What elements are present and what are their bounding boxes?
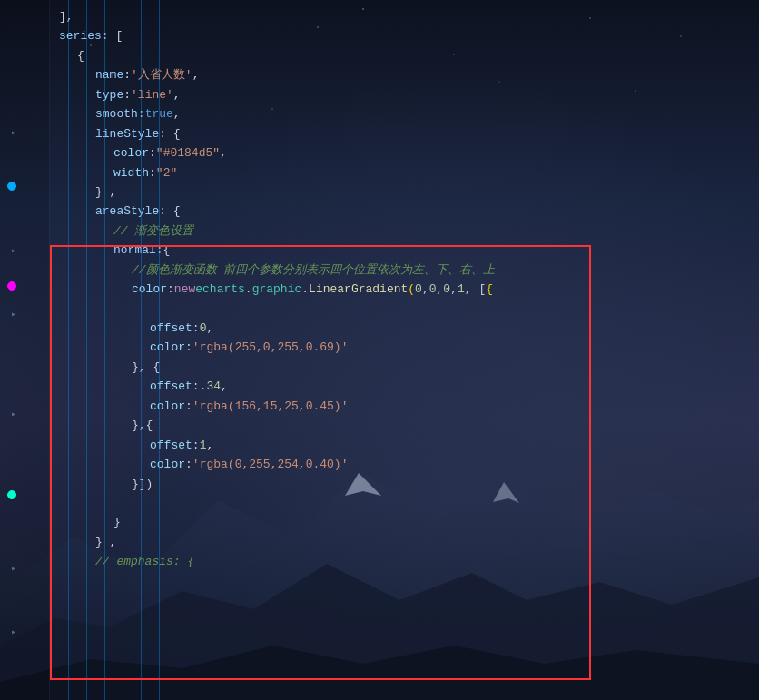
breakpoint-dot-3 [7, 490, 16, 499]
breakpoint-dot-1 [7, 182, 16, 191]
line-15-args: 0 [415, 280, 422, 299]
line-15-bracket1: { [486, 280, 493, 299]
line-15-comma4: , [ [465, 280, 486, 299]
line-6-key: smooth [59, 104, 138, 123]
line-16-content [59, 300, 157, 319]
line-15-dot2: . [301, 280, 309, 299]
code-line-18: color: 'rgba(255,0,255,0.69)' [59, 338, 741, 357]
line-23-comma: , [206, 436, 213, 455]
line-26-content [59, 494, 157, 513]
line-15-arg2: 0 [429, 280, 437, 299]
line-23-key: offset [59, 436, 192, 455]
line-5-comma: , [173, 85, 181, 104]
line-15-graphic: graphic [252, 280, 302, 299]
line-20-value: .34 [200, 377, 221, 396]
code-line-13: normal:{ [59, 241, 741, 260]
line-17-comma: , [206, 319, 213, 338]
code-line-10: } , [59, 182, 741, 202]
line-20-comma: , [221, 377, 228, 396]
line-5-value: 'line' [131, 85, 173, 104]
line-2-key: series [59, 26, 102, 45]
line-15-colon: : [167, 280, 174, 299]
code-line-26 [59, 494, 741, 513]
line-15-comma2: , [437, 280, 444, 299]
collapse-arrow-6[interactable]: ▸ [11, 626, 16, 637]
line-1-content: ], [59, 7, 74, 26]
code-lines: ], series: [ { name: '入省人数', type: 'line… [50, 0, 759, 700]
collapse-arrow-3[interactable]: ▸ [11, 309, 16, 320]
line-15-key: color [59, 280, 167, 299]
line-15-comma1: , [422, 280, 429, 299]
line-6-comma: , [173, 104, 181, 123]
line-15-paren1: ( [408, 280, 415, 299]
line-4-comma: , [192, 65, 200, 84]
line-4-colon: : [123, 65, 131, 84]
code-line-11: areaStyle: { [59, 202, 741, 221]
guide-line-6 [159, 0, 160, 700]
line-gutter: ▸ ▸ ▸ ▸ ▸ ▸ [0, 0, 50, 700]
code-line-2: series: [ [59, 26, 741, 45]
code-line-29: // emphasis: { [59, 552, 741, 571]
line-8-colon: : [149, 143, 156, 163]
collapse-arrow-4[interactable]: ▸ [11, 409, 16, 419]
line-5-colon: : [123, 85, 131, 104]
line-18-colon: : [185, 338, 192, 357]
code-line-6: smooth : true , [59, 104, 741, 123]
collapse-arrow-5[interactable]: ▸ [11, 563, 16, 574]
guide-line-2 [86, 0, 87, 700]
code-line-22: },{ [59, 416, 741, 435]
line-20-colon: : [192, 377, 200, 396]
code-line-24: color: 'rgba(0,255,254,0.40)' [59, 455, 741, 474]
line-19-content: }, { [59, 358, 160, 377]
line-24-colon: : [185, 455, 192, 474]
line-15-dot1: . [245, 280, 252, 299]
code-line-27: } [59, 513, 741, 532]
code-line-5: type: 'line', [59, 85, 741, 104]
line-7-key: lineStyle [59, 124, 159, 143]
code-line-9: width : "2" [59, 163, 741, 182]
line-15-new: new [174, 280, 195, 299]
code-line-14: //颜色渐变函数 前四个参数分别表示四个位置依次为左、下、右、上 [59, 261, 741, 280]
line-29-comment: // emphasis: { [59, 552, 194, 571]
collapse-arrow-1[interactable]: ▸ [11, 127, 16, 138]
code-line-1: ], [59, 7, 741, 26]
line-14-comment: //颜色渐变函数 前四个参数分别表示四个位置依次为左、下、右、上 [59, 261, 495, 280]
line-11-colon: : { [159, 202, 180, 221]
line-8-value: "#0184d5" [156, 143, 220, 163]
line-15-echarts: echarts [195, 280, 245, 299]
line-23-value: 1 [200, 436, 207, 455]
line-15-arg3: 0 [443, 280, 450, 299]
line-17-colon: : [192, 319, 200, 338]
breakpoint-dot-2 [7, 281, 16, 291]
code-line-19: }, { [59, 358, 741, 377]
guide-line-3 [104, 0, 105, 700]
code-line-21: color: 'rgba(156,15,25,0.45)' [59, 397, 741, 416]
line-17-value: 0 [200, 319, 207, 338]
code-line-17: offset: 0, [59, 319, 741, 338]
code-line-3: { [59, 46, 741, 65]
code-line-23: offset: 1, [59, 436, 741, 455]
line-20-key: offset [59, 377, 192, 396]
code-line-4: name: '入省人数', [59, 65, 741, 84]
guide-line-1 [68, 0, 69, 700]
line-11-key: areaStyle [59, 202, 159, 221]
line-18-value: 'rgba(255,0,255,0.69)' [192, 338, 349, 357]
line-23-colon: : [192, 436, 200, 455]
line-17-key: offset [59, 319, 192, 338]
line-21-value: 'rgba(156,15,25,0.45)' [192, 397, 349, 416]
collapse-arrow-2[interactable]: ▸ [11, 245, 16, 256]
line-24-value: 'rgba(0,255,254,0.40)' [192, 455, 349, 474]
line-22-content: },{ [59, 416, 153, 435]
guide-line-5 [141, 0, 142, 700]
code-line-25: }]) [59, 475, 741, 494]
line-3-content: { [59, 46, 84, 65]
line-15-comma3: , [450, 280, 458, 299]
code-line-16 [59, 300, 741, 319]
code-editor: ▸ ▸ ▸ ▸ ▸ ▸ ], series: [ { name: '入省人数', [0, 0, 759, 700]
line-25-content: }]) [59, 475, 153, 494]
code-line-20: offset: .34, [59, 377, 741, 396]
code-line-8: color : "#0184d5" , [59, 143, 741, 163]
code-line-12: // 渐变色设置 [59, 222, 741, 241]
line-12-comment: // 渐变色设置 [59, 222, 193, 241]
line-9-colon: : [149, 163, 156, 182]
